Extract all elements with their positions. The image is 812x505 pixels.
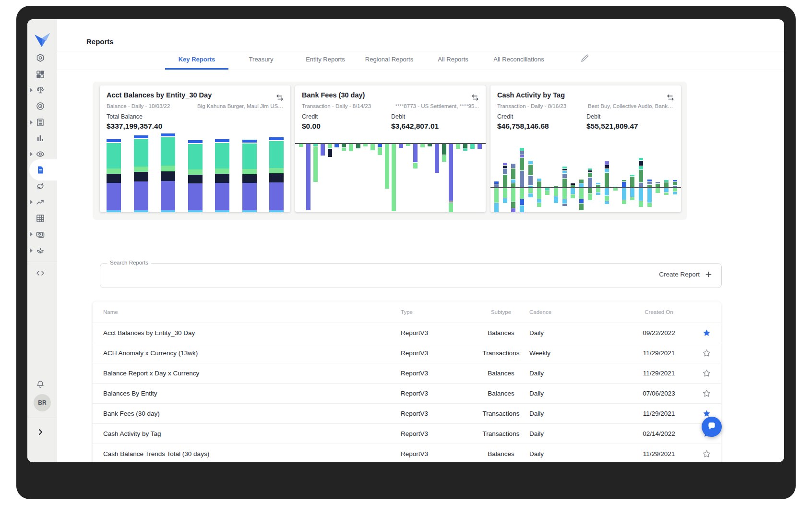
stat-value: $46,758,146.68 [497,122,549,131]
sidebar-item-plant[interactable] [27,242,57,259]
chart-bar [242,140,257,212]
report-cadence: Daily [529,450,625,457]
star-outline-icon[interactable] [693,369,721,378]
chat-launcher-button[interactable] [702,417,722,437]
star-filled-icon[interactable] [693,328,721,337]
tab-regional-reports[interactable]: Regional Reports [365,56,413,63]
report-name[interactable]: Acct Balances by Entity_30 Day [103,329,401,337]
card-subtitle: Balance - Daily - 10/03/22 [107,103,170,109]
tab-treasury[interactable]: Treasury [249,56,274,63]
sidebar-item-document[interactable] [27,162,57,178]
caret-right-icon[interactable] [29,151,34,157]
sidebar-collapse-button[interactable] [27,424,57,440]
report-name[interactable]: Cash Activity by Tag [103,430,401,437]
report-cadence: Daily [529,329,625,337]
table-row[interactable]: Bank Fees (30 day)ReportV3TransactionsDa… [93,403,721,423]
sidebar-item-balance-scale[interactable] [27,82,57,98]
avatar[interactable]: BR [34,394,51,411]
caret-right-icon[interactable] [29,231,34,238]
star-outline-icon[interactable] [693,449,721,458]
chart-bar [579,147,584,212]
app-window: BR Reports Key ReportsTreasuryEntity Rep… [27,19,784,462]
stat-value: $3,642,807.01 [391,122,439,131]
swap-arrows-icon[interactable] [275,93,285,103]
col-header-created-on[interactable]: Created On [625,309,693,315]
star-filled-icon[interactable] [693,409,721,418]
stacked-bar-chart [107,131,284,212]
report-name[interactable]: Balances By Entity [103,390,401,397]
stat-value: $55,521,809.47 [586,122,638,131]
edit-tabs-button[interactable] [580,54,589,63]
tab-entity-reports[interactable]: Entity Reports [306,56,345,63]
report-type: ReportV3 [401,410,473,417]
sidebar-item-sync[interactable] [27,178,57,194]
swap-arrows-icon[interactable] [470,93,480,103]
report-card-acct-balances[interactable]: Acct Balances by Entity_30 DayBalance - … [100,85,290,212]
stat-value: $337,199,357.40 [107,122,162,131]
col-header-name[interactable]: Name [103,309,401,315]
caret-right-icon[interactable] [29,199,34,205]
tab-all-reports[interactable]: All Reports [438,56,468,63]
trend-icon [36,197,45,207]
report-subtype: Balances [473,390,529,397]
notifications-button[interactable] [27,376,57,393]
sidebar: BR [27,19,57,462]
chart-bar [554,147,558,212]
chart-bar [321,144,325,156]
sidebar-item-ledger[interactable] [27,114,57,131]
table-row[interactable]: ACH Anomaly x Currency (13wk)ReportV3Tra… [93,343,721,363]
report-type: ReportV3 [401,349,473,357]
chart-bar [571,147,575,212]
create-report-button[interactable]: Create Report [659,270,713,278]
col-header-type[interactable]: Type [401,309,473,315]
tab-all-reconciliations[interactable]: All Reconciliations [493,56,544,63]
star-outline-icon[interactable] [693,349,721,358]
chart-bar [478,144,482,149]
table-row[interactable]: Balance Report x Day x CurrencyReportV3B… [93,363,721,383]
report-cadence: Daily [529,410,625,417]
report-card-cash-activity[interactable]: Cash Activity by TagTransaction - Daily … [490,85,681,212]
chart-bar [363,144,368,146]
report-name[interactable]: ACH Anomaly x Currency (13wk) [103,349,401,357]
col-header-subtype[interactable]: Subtype [473,309,529,315]
report-type: ReportV3 [401,329,473,337]
card-title: Cash Activity by Tag [497,91,565,99]
table-row[interactable]: Balances By EntityReportV3BalancesDaily0… [93,383,721,403]
sidebar-item-money[interactable] [27,226,57,242]
report-name[interactable]: Cash Balance Trends Total (30 days) [103,450,401,457]
card-accounts: Best Buy, Collective Audio, Bank F... [588,103,674,109]
tab-key-reports[interactable]: Key Reports [179,56,215,63]
table-row[interactable]: Acct Balances by Entity_30 DayReportV3Ba… [93,323,721,343]
caret-right-icon[interactable] [29,87,34,94]
swap-arrows-icon[interactable] [666,93,675,103]
chart-bar [596,147,600,212]
sidebar-item-trend[interactable] [27,194,57,210]
star-outline-icon[interactable] [693,389,721,398]
report-name[interactable]: Balance Report x Day x Currency [103,370,401,377]
create-report-label: Create Report [659,271,700,278]
sidebar-item-table-grid[interactable] [27,210,57,227]
report-type: ReportV3 [401,370,473,377]
plant-icon [36,246,45,255]
table-header-row: NameTypeSubtypeCadenceCreated On [93,301,721,323]
sidebar-item-hexagon-gear[interactable] [27,50,57,66]
sidebar-item-dashboard[interactable] [27,66,57,83]
caret-right-icon[interactable] [29,119,34,126]
sidebar-item-target[interactable] [27,98,57,114]
search-reports-input[interactable]: Search Reports Create Report [100,263,722,288]
report-card-bank-fees[interactable]: Bank Fees (30 day)Transaction - Daily - … [295,85,486,212]
col-header-cadence[interactable]: Cadence [529,309,625,315]
caret-right-icon[interactable] [29,247,34,254]
stat-label: Credit [302,113,321,120]
chart-bar [656,147,660,212]
table-row[interactable]: Cash Balance Trends Total (30 days)Repor… [93,444,721,462]
report-name[interactable]: Bank Fees (30 day) [103,410,401,417]
money-icon [36,229,45,239]
chart-bar [470,144,475,149]
sidebar-item-code[interactable] [27,265,57,281]
card-stat: Debit$3,642,807.01 [391,113,439,131]
table-row[interactable]: Cash Activity by TagReportV3Transactions… [93,423,721,444]
chart-bar [647,147,652,212]
trovata-logo-icon[interactable] [33,31,52,50]
sidebar-item-bar-chart[interactable] [27,130,57,146]
